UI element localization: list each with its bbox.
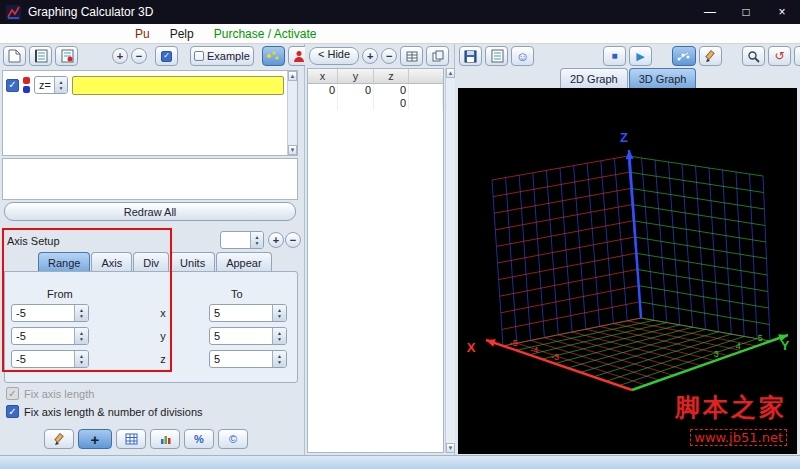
z-from-spinner[interactable]: -5▲▼ [11, 350, 89, 368]
play-button[interactable]: ▶ [629, 46, 652, 66]
table-header: x y z [308, 69, 443, 84]
rotate-right-button[interactable]: ↻ [794, 46, 800, 66]
remove-equation-button[interactable]: − [131, 48, 147, 64]
trace-tool-button[interactable] [672, 46, 696, 66]
table-options-button[interactable] [400, 46, 423, 66]
menu-item-purchase-activate[interactable]: Purchase / Activate [214, 27, 317, 41]
cell-z[interactable]: 0 [374, 97, 409, 110]
svg-text:-4: -4 [530, 345, 538, 355]
fix-axis-length-checkbox[interactable]: ✓ [6, 387, 19, 400]
tab-axis[interactable]: Axis [91, 252, 132, 272]
expression-enabled-checkbox[interactable]: ✓ [6, 79, 19, 92]
x-to-spinner[interactable]: 5▲▼ [209, 304, 287, 322]
column-header-filler [409, 69, 443, 83]
z-to-spinner[interactable]: 5▲▼ [209, 350, 287, 368]
status-bar [0, 455, 800, 469]
points-table: x y z 0 0 0 0 [307, 68, 444, 453]
copy-icon [432, 50, 444, 62]
graph-3d-canvas[interactable]: XYZ-5-4-3345 脚本之家 www.jb51.net [458, 88, 797, 454]
expression-row: ✓ z= ▲▼ [6, 74, 284, 96]
column-header-x[interactable]: x [308, 69, 338, 83]
watermark-text: 脚本之家 [675, 391, 787, 424]
notebook-button[interactable] [485, 46, 508, 66]
pencil-tool-button[interactable] [44, 429, 74, 449]
cell-y[interactable]: 0 [338, 84, 374, 97]
check-icon: ✓ [8, 389, 16, 399]
about-button[interactable]: © [218, 429, 248, 449]
equation-type-select[interactable]: z= ▲▼ [34, 76, 68, 94]
copy-table-button[interactable] [426, 46, 449, 66]
smiley-button[interactable]: ☺ [511, 46, 534, 66]
cell-x[interactable]: 0 [308, 84, 338, 97]
tab-units[interactable]: Units [170, 252, 215, 272]
redraw-all-button[interactable]: Redraw All [4, 202, 296, 221]
save-image-button[interactable] [459, 46, 482, 66]
menu-bar: Pu Pelp Purchase / Activate [0, 24, 800, 44]
hide-panel-button[interactable]: < Hide [309, 47, 359, 65]
table-row: 0 [308, 97, 443, 110]
minimize-button[interactable]: — [692, 0, 728, 24]
axis-preset-select[interactable]: ▲▼ [220, 231, 264, 249]
chart-tool-button[interactable] [150, 429, 180, 449]
fix-axis-divisions-checkbox[interactable]: ✓ [6, 405, 19, 418]
add-equation-button[interactable]: + [112, 48, 128, 64]
check-all-button[interactable]: ✓ [155, 46, 178, 66]
scroll-down-icon[interactable]: ▼ [288, 145, 297, 155]
menu-item-help[interactable]: Pelp [170, 27, 194, 41]
close-button[interactable]: × [764, 0, 800, 24]
highlight-button[interactable] [262, 46, 285, 66]
equation-type-value: z= [35, 77, 54, 93]
scroll-down-icon[interactable]: ▼ [446, 443, 455, 453]
y-to-spinner[interactable]: 5▲▼ [209, 327, 287, 345]
x-from-spinner[interactable]: -5▲▼ [11, 304, 89, 322]
secondary-list [2, 158, 298, 200]
table-toolbar: < Hide + − [309, 46, 449, 66]
tab-div[interactable]: Div [133, 252, 169, 272]
check-icon: ✓ [161, 51, 172, 62]
stats-tool-button[interactable]: % [184, 429, 214, 449]
tab-range[interactable]: Range [38, 252, 90, 272]
new-document-button[interactable] [3, 46, 26, 66]
person-icon [293, 50, 305, 63]
stop-button[interactable]: ■ [603, 46, 626, 66]
open-notebook-button[interactable] [29, 46, 52, 66]
rotate-left-button[interactable]: ↺ [768, 46, 791, 66]
sparkle-icon [266, 50, 280, 62]
menu-item-pu[interactable]: Pu [135, 27, 150, 41]
disk-icon [464, 50, 477, 63]
remove-row-button[interactable]: − [381, 48, 397, 64]
column-header-y[interactable]: y [338, 69, 374, 83]
rotate-left-icon: ↺ [774, 50, 784, 62]
copyright-icon: © [229, 433, 237, 445]
cell-z[interactable]: 0 [374, 84, 409, 97]
draw-tool-button[interactable] [699, 46, 722, 66]
crosshair-icon: + [91, 431, 100, 448]
expression-input[interactable] [72, 76, 284, 95]
table-tool-button[interactable] [116, 429, 146, 449]
add-row-button[interactable]: + [362, 48, 378, 64]
column-header-z[interactable]: z [374, 69, 409, 83]
tab-appear[interactable]: Appear [216, 252, 271, 272]
crosshair-tool-button[interactable]: + [78, 429, 112, 449]
plot-color-indicator [23, 77, 30, 93]
play-icon: ▶ [636, 51, 644, 62]
axis-add-button[interactable]: + [268, 232, 284, 248]
scroll-up-icon[interactable]: ▲ [288, 71, 297, 81]
axis-letter-x: x [157, 307, 169, 319]
scroll-up-icon[interactable]: ▲ [446, 68, 455, 78]
to-label: To [231, 288, 243, 300]
axis-row-z: -5▲▼ z 5▲▼ [11, 350, 293, 368]
table-scrollbar[interactable]: ▲ ▼ [445, 68, 455, 453]
expression-scrollbar[interactable]: ▲ ▼ [287, 71, 297, 155]
zoom-button[interactable] [742, 46, 765, 66]
y-from-spinner[interactable]: -5▲▼ [11, 327, 89, 345]
tab-2d-graph[interactable]: 2D Graph [560, 68, 628, 88]
cell-y[interactable] [338, 97, 374, 110]
maximize-button[interactable]: □ [728, 0, 764, 24]
from-label: From [47, 288, 73, 300]
example-button[interactable]: Example [190, 46, 254, 66]
save-notebook-button[interactable] [55, 46, 78, 66]
axis-remove-button[interactable]: − [285, 232, 301, 248]
cell-x[interactable] [308, 97, 338, 110]
tab-3d-graph[interactable]: 3D Graph [629, 68, 697, 88]
